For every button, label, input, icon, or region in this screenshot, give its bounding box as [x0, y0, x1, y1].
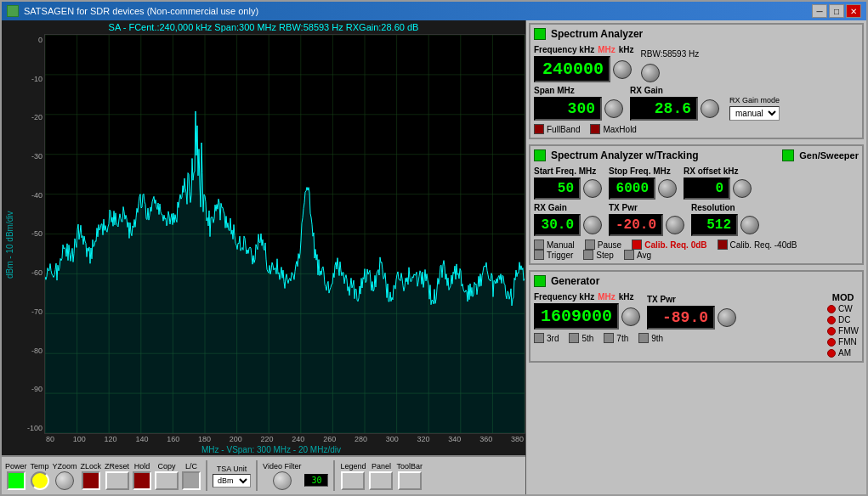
track-manual-indicator[interactable] — [534, 240, 544, 250]
track-pause-item[interactable]: Pause — [585, 240, 621, 250]
gen-sweeper-title: Gen/Sweeper — [799, 150, 859, 161]
mod-fmw[interactable]: FMW — [827, 326, 859, 335]
gen-5th-label: 5th — [582, 334, 593, 343]
track-resolution-display[interactable]: 512 — [691, 214, 738, 236]
track-resolution-label: Resolution — [691, 203, 759, 212]
gen-txpwr-display[interactable]: -89.0 — [647, 306, 715, 330]
spectrum-canvas[interactable] — [44, 34, 525, 434]
x-axis-area: 80 100 120 140 160 180 200 220 240 260 2… — [17, 434, 525, 444]
gen-5th-item[interactable]: 5th — [569, 333, 593, 343]
track-stop-display[interactable]: 6000 — [609, 178, 655, 200]
track-start-display[interactable]: 50 — [534, 178, 581, 200]
track-txpwr-display[interactable]: -20.0 — [609, 214, 663, 236]
track-manual-item[interactable]: Manual — [534, 240, 575, 250]
mod-fmn-label: FMN — [838, 337, 857, 347]
copy-button[interactable] — [155, 471, 179, 490]
mod-cw-radio[interactable] — [827, 305, 836, 313]
track-rxoffset-label: RX offset kHz — [684, 166, 752, 176]
gen-freq-display[interactable]: 1609000 — [534, 303, 619, 330]
zreset-label: ZReset — [105, 462, 129, 471]
maximize-button[interactable]: □ — [829, 4, 844, 18]
gen-3rd-item[interactable]: 3rd — [534, 333, 559, 343]
track-step-indicator[interactable] — [583, 250, 593, 260]
sa-freq-knob[interactable] — [613, 60, 632, 79]
tracking-title: Spectrum Analyzer w/Tracking — [551, 149, 699, 161]
track-resolution-knob[interactable] — [740, 216, 759, 234]
sa-freq-value-container: 240000 — [534, 56, 634, 82]
track-txpwr-container: -20.0 — [609, 214, 684, 236]
tsaunit-select[interactable]: dBm dBuV dBmV — [213, 474, 251, 488]
track-stop-knob[interactable] — [658, 179, 677, 198]
track-rxgain-container: 30.0 — [534, 214, 602, 236]
toolbar-button[interactable] — [398, 471, 422, 490]
gen-7th-indicator[interactable] — [604, 333, 614, 343]
gen-9th-indicator[interactable] — [638, 333, 649, 343]
track-rxgain-knob[interactable] — [583, 216, 602, 234]
track-start-knob[interactable] — [583, 179, 602, 198]
gen-3rd-label: 3rd — [547, 334, 559, 343]
toolbar-sep1 — [206, 460, 207, 491]
gen-7th-item[interactable]: 7th — [604, 333, 628, 343]
sa-freq-display[interactable]: 240000 — [534, 56, 610, 82]
sa-rbw-knob[interactable] — [641, 64, 660, 82]
gen-harmonics-row: 3rd 5th 7th — [534, 333, 736, 343]
mod-am[interactable]: AM — [827, 348, 859, 358]
gen-5th-indicator[interactable] — [569, 333, 579, 343]
spectrum-header: SA - FCent.:240,000 kHz Span:300 MHz RBW… — [2, 20, 525, 34]
gen-3rd-indicator[interactable] — [534, 333, 544, 343]
gen-indicator — [534, 275, 546, 287]
hold-indicator[interactable] — [133, 471, 151, 490]
yzoom-knob[interactable] — [55, 471, 74, 490]
close-button[interactable]: ✕ — [846, 4, 861, 18]
sa-fullband-checkbox[interactable] — [534, 124, 544, 134]
track-trigger-indicator[interactable] — [534, 250, 544, 260]
gen-freq-knob[interactable] — [621, 307, 640, 326]
tracking-freq-row: Start Freq. MHz 50 Stop Freq. MHz 6000 — [534, 166, 859, 200]
mod-dc[interactable]: DC — [827, 315, 859, 324]
sa-freq-label: Frequency kHz — [534, 45, 594, 54]
track-rxoffset-display[interactable]: 0 — [684, 178, 730, 200]
track-trigger-item[interactable]: Trigger — [534, 250, 573, 260]
videofilter-knob[interactable] — [273, 471, 292, 490]
track-txpwr-knob[interactable] — [666, 216, 684, 234]
mod-dc-radio[interactable] — [827, 316, 836, 324]
sa-title: Spectrum Analyzer — [551, 28, 643, 40]
legend-label: Legend — [340, 462, 366, 471]
sa-rxgain-knob[interactable] — [701, 99, 719, 118]
track-rxgain-display[interactable]: 30.0 — [534, 214, 581, 236]
window-title: SATSAGEN for SDR devices (Non-commercial… — [24, 6, 258, 16]
sa-maxhold-item[interactable]: MaxHold — [590, 124, 636, 134]
power-indicator[interactable] — [7, 471, 26, 490]
sa-rxgain-display[interactable]: 28.6 — [630, 97, 698, 121]
mod-fmn-radio[interactable] — [827, 338, 836, 347]
gen-9th-item[interactable]: 9th — [638, 333, 663, 343]
mod-fmw-radio[interactable] — [827, 327, 836, 335]
minimize-button[interactable]: ─ — [812, 4, 827, 18]
legend-button[interactable] — [341, 471, 365, 490]
track-avg-indicator[interactable] — [624, 250, 634, 260]
main-content: SA - FCent.:240,000 kHz Span:300 MHz RBW… — [2, 20, 866, 494]
sa-rxgain-mode-select[interactable]: manual auto — [729, 106, 780, 121]
mod-fmn[interactable]: FMN — [827, 337, 859, 347]
sa-fullband-item[interactable]: FullBand — [534, 124, 580, 134]
sa-span-knob[interactable] — [604, 99, 623, 118]
mod-cw-label: CW — [838, 304, 853, 313]
zreset-button[interactable] — [105, 471, 129, 490]
panel-button[interactable] — [369, 471, 393, 490]
track-calib0-item[interactable]: Calib. Req. 0dB — [632, 240, 706, 250]
mod-am-radio[interactable] — [827, 349, 836, 358]
track-step-item[interactable]: Step — [583, 250, 614, 260]
sa-span-display[interactable]: 300 — [534, 97, 602, 121]
zlock-indicator[interactable] — [82, 471, 100, 490]
mod-cw[interactable]: CW — [827, 304, 859, 313]
track-avg-item[interactable]: Avg — [624, 250, 651, 260]
lc-indicator[interactable] — [182, 471, 201, 490]
track-pause-indicator[interactable] — [585, 240, 595, 250]
sa-freq-group: Frequency kHz MHz kHz 240000 — [534, 45, 634, 82]
track-rxoffset-knob[interactable] — [733, 179, 752, 198]
track-calib0-indicator[interactable] — [632, 240, 642, 250]
track-calib40-item[interactable]: Calib. Req. -40dB — [718, 240, 797, 250]
sa-maxhold-checkbox[interactable] — [590, 124, 600, 134]
track-calib40-indicator[interactable] — [718, 240, 728, 250]
gen-txpwr-knob[interactable] — [718, 308, 736, 327]
